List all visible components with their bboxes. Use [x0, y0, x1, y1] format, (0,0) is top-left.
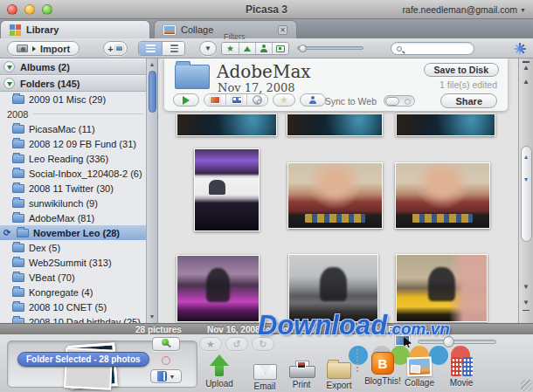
sidebar-item-adobemax[interactable]: AdobeMax (81): [0, 210, 157, 225]
filter-starred-button[interactable]: ★: [222, 43, 239, 54]
sidebar-item-cnet[interactable]: 2008 10 CNET (5): [0, 299, 157, 314]
resize-grip[interactable]: [521, 380, 532, 391]
sidebar-item-leo-reading[interactable]: Leo Reading (336): [0, 151, 157, 166]
search-box[interactable]: [391, 42, 474, 55]
flat-view-button[interactable]: [139, 42, 162, 55]
sidebar-item-dad-birthday[interactable]: 2008 10 Dad birthday (25): [0, 314, 157, 323]
collage-button[interactable]: Collage: [398, 350, 440, 388]
sidebar-section-albums[interactable]: Albums (2): [0, 58, 157, 75]
slider-thumb[interactable]: [443, 336, 454, 347]
search-input[interactable]: [405, 43, 467, 54]
photo-thumbnail[interactable]: [194, 148, 260, 231]
photo-thumbnail[interactable]: [177, 113, 277, 136]
chevron-down-icon: ▼: [520, 7, 526, 13]
folder-label: PicasaMac (11): [29, 124, 95, 134]
burn-disc-button[interactable]: [246, 94, 267, 106]
folder-label: Kongregate (4): [29, 287, 93, 298]
scrollbar-thumb[interactable]: [149, 71, 156, 113]
sidebar-item-social-inbox[interactable]: Social-Inbox_120408-2 (6): [0, 166, 157, 181]
sidebar-item-fb-fund[interactable]: 2008 12 09 FB Fund (31): [0, 136, 157, 151]
export-button[interactable]: Export: [319, 353, 359, 390]
rotate-left-button[interactable]: ↺: [225, 337, 248, 351]
star-button[interactable]: ★: [199, 337, 222, 351]
create-movie-button[interactable]: [225, 94, 246, 106]
sidebar-item-web2summit[interactable]: Web2Summit (313): [0, 255, 157, 270]
upload-button[interactable]: Upload: [200, 351, 239, 389]
disclosure-triangle-icon[interactable]: [3, 61, 15, 72]
account-menu[interactable]: rafe.needleman@gmail.com ▼: [403, 4, 526, 15]
divider: [33, 113, 143, 114]
star-icon: ★: [226, 45, 234, 53]
share-button[interactable]: Share: [440, 93, 497, 108]
titlebar[interactable]: Picasa 3 rafe.needleman@gmail.com ▼: [0, 0, 533, 19]
sidebar-section-folders[interactable]: Folders (145): [0, 75, 157, 92]
hold-selection-button[interactable]: [152, 337, 180, 351]
rotate-right-button[interactable]: ↻: [252, 337, 274, 351]
green-pushpin-icon: [161, 339, 171, 349]
disclosure-triangle-icon[interactable]: [3, 78, 15, 89]
scroll-down-icon[interactable]: ▼: [147, 312, 157, 322]
photo-thumbnail[interactable]: [288, 254, 378, 322]
scroll-to-bottom-icon[interactable]: ▼: [519, 297, 533, 309]
photo-thumbnail[interactable]: [396, 113, 495, 136]
sidebar-item-dex[interactable]: Dex (5): [0, 240, 157, 255]
photo-thumbnail[interactable]: [395, 162, 490, 229]
date-range: Nov 16, 2008 to Jan 7, 2009: [207, 325, 320, 334]
filter-movies-button[interactable]: [272, 43, 288, 54]
movie-label: Movie: [450, 378, 474, 388]
sidebar-item-sunwikilunch[interactable]: sunwikilunch (9): [0, 196, 157, 210]
sidebar-item-kongregate[interactable]: Kongregate (4): [0, 285, 157, 299]
scrollbar-thumb[interactable]: ▲ ▼: [521, 146, 532, 242]
account-email: rafe.needleman@gmail.com: [403, 4, 517, 15]
sidebar-item-twitter[interactable]: 2008 11 Twitter (30): [0, 181, 157, 196]
scroll-to-top-icon[interactable]: ▲: [519, 62, 533, 74]
tree-view-button[interactable]: [162, 42, 184, 55]
print-button[interactable]: Print: [283, 352, 320, 389]
close-tab-icon[interactable]: ✕: [278, 25, 287, 35]
photo-thumbnail[interactable]: [287, 162, 383, 229]
separator: [356, 349, 358, 372]
picasa-grid-icon: [10, 24, 21, 36]
scroll-up-icon[interactable]: ▲: [147, 59, 157, 70]
photo-thumbnail[interactable]: [177, 255, 260, 322]
sidebar-scrollbar[interactable]: ▲ ▼: [146, 58, 157, 323]
sidebar-item-november-leo-selected[interactable]: ⟳ November Leo (28): [0, 225, 157, 240]
clear-selection-button[interactable]: [152, 354, 180, 368]
add-album-button[interactable]: +: [103, 41, 128, 56]
import-button[interactable]: Import: [7, 41, 80, 56]
filter-faces-button[interactable]: [255, 43, 272, 54]
photo-thumbnail[interactable]: [396, 254, 488, 322]
sidebar-item-picasamac[interactable]: PicasaMac (11): [0, 121, 157, 136]
scroll-down-icon[interactable]: ▼: [522, 176, 531, 182]
sidebar-item-vbeat[interactable]: VBeat (70): [0, 270, 157, 285]
tab-library[interactable]: Library: [0, 20, 150, 38]
sidebar-item-2009-01-misc[interactable]: 2009 01 Misc (29): [0, 92, 157, 107]
date-filter-slider[interactable]: [297, 46, 363, 50]
movie-button[interactable]: Movie: [441, 350, 481, 388]
sync-to-web-toggle[interactable]: [384, 95, 415, 107]
create-collage-button[interactable]: [204, 94, 225, 106]
thumbnail-size-slider[interactable]: [418, 340, 496, 344]
album-date: Nov 17, 2008: [218, 81, 295, 94]
people-button[interactable]: [300, 93, 326, 107]
save-to-disk-button[interactable]: Save to Disk: [424, 63, 499, 77]
collage-tab-icon: [163, 25, 176, 35]
camera-icon: [17, 45, 28, 52]
folder-icon: [12, 214, 24, 223]
scroll-up-icon[interactable]: ▲: [522, 154, 531, 160]
photo-thumbnail[interactable]: [287, 113, 383, 136]
add-to-album-button[interactable]: ▼: [150, 369, 182, 383]
blogthis-label: BlogThis!: [364, 376, 401, 386]
scroll-up-icon[interactable]: ▲: [519, 76, 533, 88]
play-slideshow-button[interactable]: [173, 93, 199, 107]
main-scrollbar[interactable]: ▲ ▲ ▲ ▼ ▼ ▼: [518, 58, 533, 323]
scroll-to-bottom-icon[interactable]: [523, 310, 530, 312]
toggle-knob[interactable]: [385, 97, 399, 107]
star-album-button[interactable]: ★: [273, 93, 295, 107]
filter-uploaded-button[interactable]: [239, 43, 255, 54]
email-button[interactable]: Email: [246, 354, 283, 391]
export-label: Export: [327, 381, 352, 390]
scroll-down-icon[interactable]: ▼: [519, 281, 533, 293]
view-options-dropdown[interactable]: ▼: [199, 41, 217, 56]
slider-thumb[interactable]: [299, 45, 307, 52]
